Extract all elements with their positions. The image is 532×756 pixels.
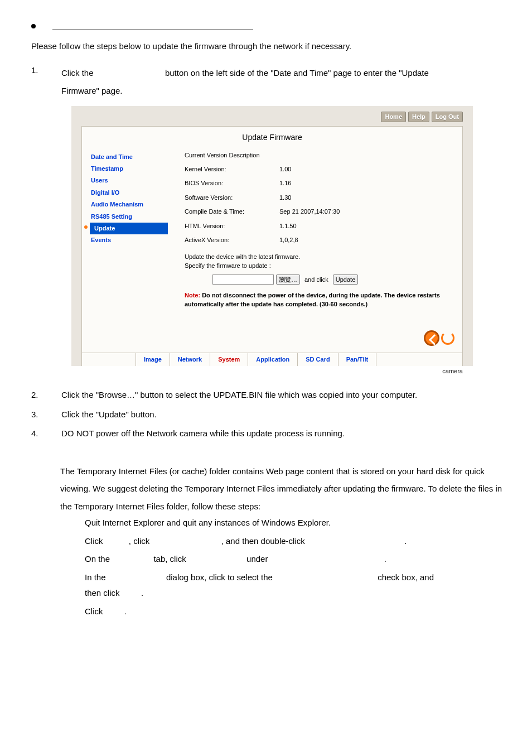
refresh-icon[interactable] [441, 331, 454, 345]
hint-line-1: Update the device with the latest firmwa… [185, 252, 454, 262]
and-click-text: and click [304, 276, 328, 284]
update-button[interactable]: Update [333, 275, 358, 285]
hint-line-2: Specify the firmware to update : [185, 262, 454, 270]
logout-button[interactable]: Log Out [432, 112, 463, 122]
substep-3: On the tab, click under . [85, 551, 504, 567]
tab-sdcard[interactable]: SD Card [298, 353, 338, 366]
warning-note: Note: Do not disconnect the power of the… [185, 291, 454, 309]
note-paragraph: The Temporary Internet Files (or cache) … [60, 463, 504, 516]
note-label: Note: [185, 292, 200, 298]
panel-title: Update Firmware [90, 132, 454, 143]
step-3-text: Click the "Update" button. [61, 408, 504, 421]
tab-system[interactable]: System [210, 353, 248, 366]
note-body: Do not disconnect the power of the devic… [185, 292, 440, 307]
tab-pantilt[interactable]: Pan/Tilt [338, 353, 377, 366]
tab-application[interactable]: Application [248, 353, 298, 366]
row-bios: BIOS Version:1.16 [185, 179, 454, 187]
sidebar-item-audio[interactable]: Audio Mechanism [90, 199, 168, 210]
section-label: Current Version Description [185, 151, 454, 160]
section-title-underline [52, 22, 253, 30]
bullet-icon [31, 24, 36, 28]
corner-controls [424, 330, 454, 346]
tab-network[interactable]: Network [170, 353, 210, 366]
step-1-part-a: Click the [61, 68, 94, 78]
sidebar: Date and Time Timestamp Users Digital I/… [90, 151, 168, 309]
row-activex: ActiveX Version:1,0,2,8 [185, 236, 454, 244]
row-software: Software Version:1.30 [185, 194, 454, 202]
embedded-screenshot: Home Help Log Out Update Firmware Date a… [71, 106, 504, 379]
bottom-tabs: Image Network System Application SD Card… [82, 353, 462, 366]
firmware-path-input[interactable] [212, 275, 274, 285]
sidebar-item-events[interactable]: Events [90, 234, 168, 246]
step-number: 4. [31, 427, 42, 439]
substep-1: Quit Internet Explorer and quit any inst… [85, 515, 504, 531]
step-number: 1. [31, 64, 42, 76]
step-4-text: DO NOT power off the Network camera whil… [61, 427, 504, 440]
step-number: 2. [31, 389, 42, 401]
step-1-part-b: button on the left side of the "Date and… [165, 68, 429, 78]
help-button[interactable]: Help [408, 112, 429, 122]
step-3: 3. Click the "Update" button. [31, 408, 504, 421]
back-icon[interactable] [424, 330, 439, 346]
substep-5: Click . [85, 604, 504, 620]
step-1-part-c: Firmware" page. [61, 86, 123, 95]
step-2-text: Click the "Browse…" button to select the… [61, 389, 504, 402]
browse-button[interactable]: 瀏覽… [276, 275, 300, 285]
substep-4: In the dialog box, click to select the c… [85, 570, 504, 601]
row-compile: Compile Date & Time:Sep 21 2007,14:07:30 [185, 208, 454, 216]
screenshot-caption: camera [71, 366, 473, 379]
step-number: 3. [31, 408, 42, 420]
sidebar-item-users[interactable]: Users [90, 175, 168, 186]
row-kernel: Kernel Version:1.00 [185, 165, 454, 174]
sidebar-item-update[interactable]: Update [90, 223, 168, 234]
intro-text: Please follow the steps below to update … [31, 40, 504, 52]
tab-image[interactable]: Image [136, 353, 170, 366]
sidebar-item-digital-io[interactable]: Digital I/O [90, 187, 168, 199]
step-4: 4. DO NOT power off the Network camera w… [31, 427, 504, 440]
sidebar-item-date-time[interactable]: Date and Time [90, 151, 168, 163]
section-heading-row [31, 22, 504, 30]
row-html: HTML Version:1.1.50 [185, 222, 454, 230]
sidebar-item-timestamp[interactable]: Timestamp [90, 163, 168, 175]
substep-2: Click , click , and then double-click . [85, 533, 504, 550]
sidebar-item-rs485[interactable]: RS485 Setting [90, 211, 168, 223]
step-1: 1. Click the button on the left side of … [31, 64, 504, 99]
home-button[interactable]: Home [381, 112, 406, 122]
step-2: 2. Click the "Browse…" button to select … [31, 389, 504, 402]
